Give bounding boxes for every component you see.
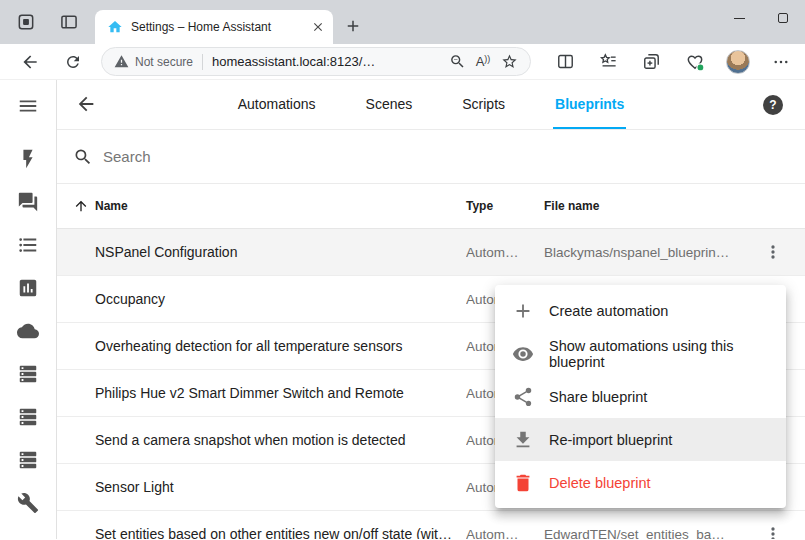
browser-essentials-icon[interactable] — [673, 47, 716, 77]
table-row[interactable]: NSPanel Configuration Autom… Blackymas/n… — [57, 229, 805, 276]
row-type: Autom… — [466, 527, 544, 540]
menu-icon[interactable] — [16, 94, 40, 118]
sidebar-item-server-1[interactable] — [16, 362, 40, 386]
ha-back-icon[interactable] — [75, 93, 97, 115]
download-icon — [512, 429, 534, 451]
home-assistant-favicon — [107, 19, 123, 35]
plus-icon — [512, 300, 534, 322]
eye-icon — [512, 343, 534, 365]
minimize-icon[interactable] — [717, 0, 761, 36]
search-icon — [73, 147, 93, 167]
column-header-type[interactable]: Type — [466, 199, 544, 213]
menu-item-label: Re-import blueprint — [549, 432, 672, 448]
sort-arrow-icon[interactable] — [73, 198, 89, 214]
row-name: Occupancy — [95, 291, 466, 307]
sidebar-item-list[interactable] — [16, 233, 40, 257]
favorite-star-icon[interactable] — [496, 49, 522, 75]
browser-titlebar: Settings – Home Assistant — [0, 0, 805, 44]
tab-blueprints[interactable]: Blueprints — [553, 80, 626, 129]
menu-item-share-blueprint[interactable]: Share blueprint — [495, 375, 786, 418]
trash-icon — [512, 472, 534, 494]
url-text: homeassistant.local:8123/… — [212, 54, 444, 69]
row-overflow-icon[interactable] — [756, 517, 790, 539]
column-header-file[interactable]: File name — [544, 199, 749, 213]
row-name: Set entities based on other entities new… — [95, 526, 466, 539]
ha-tab-bar: Automations Scenes Scripts Blueprints — [57, 80, 805, 129]
sidebar-items — [16, 147, 40, 515]
context-menu: Create automation Show automations using… — [495, 285, 786, 508]
sidebar-item-chart[interactable] — [16, 276, 40, 300]
tab-close-icon[interactable] — [311, 20, 325, 34]
row-name: Philips Hue v2 Smart Dimmer Switch and R… — [95, 385, 466, 401]
profile-avatar[interactable] — [716, 47, 759, 77]
menu-item-show-automations[interactable]: Show automations using this blueprint — [495, 332, 786, 375]
address-bar[interactable]: Not secure homeassistant.local:8123/… A)… — [101, 47, 531, 76]
security-chip[interactable]: Not secure — [114, 54, 193, 69]
row-name: Send a camera snapshot when motion is de… — [95, 432, 466, 448]
tab-scenes[interactable]: Scenes — [364, 80, 415, 129]
sidebar-item-wrench[interactable] — [16, 491, 40, 515]
row-file: EdwardTEN/set_entities_ba… — [544, 527, 749, 540]
collections-icon[interactable] — [630, 47, 673, 77]
menu-item-create-automation[interactable]: Create automation — [495, 289, 786, 332]
address-divider — [202, 54, 203, 70]
row-overflow-icon[interactable] — [756, 235, 790, 269]
menu-item-label: Share blueprint — [549, 389, 647, 405]
browser-tab[interactable]: Settings – Home Assistant — [95, 10, 333, 44]
security-label: Not secure — [135, 55, 193, 69]
sidebar-item-server-2[interactable] — [16, 405, 40, 429]
browser-toolbar — [544, 47, 802, 77]
menu-item-label: Create automation — [549, 303, 668, 319]
workspaces-icon[interactable] — [13, 9, 39, 35]
menu-item-reimport-blueprint[interactable]: Re-import blueprint — [495, 418, 786, 461]
ha-header: Automations Scenes Scripts Blueprints ? — [57, 80, 805, 130]
split-screen-icon[interactable] — [544, 47, 587, 77]
tab-automations[interactable]: Automations — [236, 80, 318, 129]
tab-title: Settings – Home Assistant — [131, 20, 303, 34]
table-row[interactable]: Set entities based on other entities new… — [57, 511, 805, 539]
row-type: Autom… — [466, 245, 544, 260]
menu-item-label: Delete blueprint — [549, 475, 651, 491]
sidebar-item-chat[interactable] — [16, 190, 40, 214]
row-name: Sensor Light — [95, 479, 466, 495]
table-header: Name Type File name — [57, 184, 805, 229]
ha-sidebar — [0, 80, 57, 539]
more-menu-icon[interactable] — [759, 47, 802, 77]
sidebar-item-server-3[interactable] — [16, 448, 40, 472]
column-header-name[interactable]: Name — [95, 199, 466, 213]
window-controls — [717, 0, 805, 36]
row-name: NSPanel Configuration — [95, 244, 466, 260]
refresh-icon[interactable] — [59, 48, 87, 76]
favorites-hub-icon[interactable] — [587, 47, 630, 77]
new-tab-icon[interactable] — [340, 13, 366, 39]
browser-navbar: Not secure homeassistant.local:8123/… A)… — [0, 44, 805, 80]
row-file: Blackymas/nspanel_blueprin… — [544, 245, 749, 260]
help-icon[interactable]: ? — [763, 95, 783, 115]
warning-icon — [114, 54, 129, 69]
share-icon — [512, 386, 534, 408]
sidebar-item-lightning[interactable] — [16, 147, 40, 171]
sidebar-item-cloud[interactable] — [16, 319, 40, 343]
zoom-out-icon[interactable] — [444, 49, 470, 75]
search-input[interactable] — [103, 130, 805, 183]
read-aloud-icon[interactable]: A)) — [470, 49, 496, 75]
menu-item-label: Show automations using this blueprint — [549, 338, 769, 370]
search-bar — [57, 130, 805, 184]
browser-back-icon[interactable] — [16, 48, 44, 76]
row-name: Overheating detection for all temperatur… — [95, 338, 466, 354]
menu-item-delete-blueprint[interactable]: Delete blueprint — [495, 461, 786, 504]
maximize-icon[interactable] — [761, 0, 805, 36]
tab-scripts[interactable]: Scripts — [460, 80, 507, 129]
tab-actions-icon[interactable] — [56, 9, 82, 35]
